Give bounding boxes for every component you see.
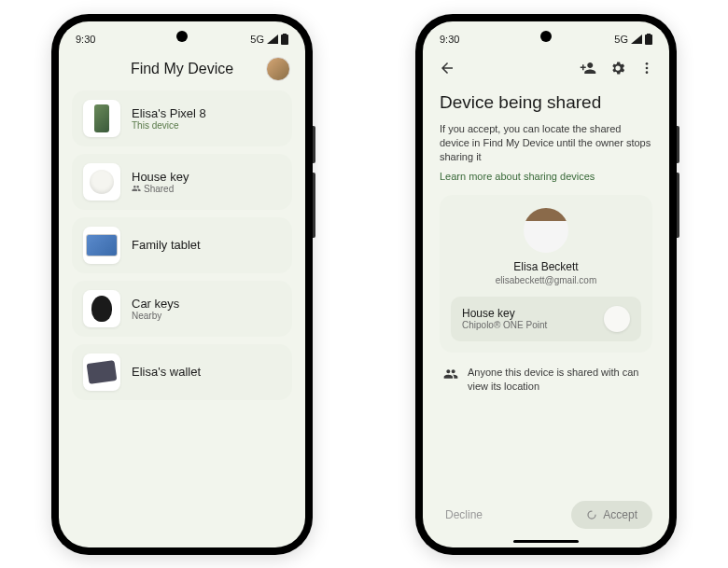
signal-icon — [631, 35, 642, 44]
tracker-tag-icon — [604, 306, 630, 332]
group-icon — [132, 184, 141, 193]
arrow-left-icon — [439, 60, 455, 76]
signal-icon — [267, 35, 278, 44]
screen-left: 9:30 5G Find My Device Elisa's Pixel 8 T… — [59, 21, 305, 547]
profile-avatar[interactable] — [266, 57, 290, 81]
network-label: 5G — [614, 34, 628, 45]
device-sub: This device — [132, 120, 206, 131]
phone-mockup-left: 9:30 5G Find My Device Elisa's Pixel 8 T… — [51, 14, 313, 555]
gear-icon[interactable] — [609, 60, 626, 76]
phone-hw-button — [313, 173, 315, 238]
device-thumb-icon — [83, 163, 120, 201]
status-time: 9:30 — [76, 34, 95, 45]
person-add-icon[interactable] — [580, 60, 596, 76]
device-sub: Shared — [132, 184, 189, 194]
device-name: Elisa's wallet — [132, 365, 201, 379]
network-label: 5G — [250, 34, 264, 45]
learn-more-link[interactable]: Learn more about sharing devices — [440, 171, 652, 182]
content: Device being shared If you accept, you c… — [423, 87, 669, 492]
device-sub: Nearby — [132, 311, 179, 321]
svg-point-5 — [646, 66, 649, 69]
camera-cutout — [176, 31, 188, 42]
device-name: House key — [132, 170, 189, 184]
description-text: If you accept, you can locate the shared… — [440, 122, 652, 165]
device-item[interactable]: Elisa's Pixel 8 This device — [72, 90, 292, 146]
accept-label: Accept — [603, 508, 637, 521]
svg-rect-1 — [283, 34, 287, 35]
shared-device-name: House key — [462, 307, 547, 320]
device-name: Family tablet — [132, 238, 201, 252]
battery-icon — [645, 34, 652, 45]
phone-mockup-right: 9:30 5G Device being shared If you accep… — [415, 14, 677, 555]
svg-point-6 — [646, 71, 649, 74]
svg-rect-3 — [647, 34, 651, 35]
battery-icon — [281, 34, 288, 45]
header-actions — [580, 60, 654, 76]
screen-right: 9:30 5G Device being shared If you accep… — [423, 21, 669, 547]
device-item[interactable]: House key Shared — [72, 154, 292, 210]
spinner-icon — [586, 509, 597, 520]
share-card: Elisa Beckett elisabeckett@gmail.com Hou… — [440, 195, 652, 353]
camera-cutout — [540, 31, 552, 42]
page-title: Device being shared — [440, 92, 652, 113]
header: Find My Device — [59, 53, 305, 90]
device-thumb-icon — [83, 100, 120, 137]
device-item[interactable]: Elisa's wallet — [72, 344, 292, 400]
phone-hw-button — [677, 173, 679, 238]
sharer-name: Elisa Beckett — [513, 260, 578, 273]
phone-hw-button — [677, 126, 679, 163]
svg-rect-0 — [281, 35, 288, 45]
device-name: Car keys — [132, 297, 179, 311]
device-item[interactable]: Car keys Nearby — [72, 281, 292, 337]
device-thumb-icon — [83, 227, 120, 264]
info-text: Anyone this device is shared with can vi… — [468, 366, 649, 395]
sharer-email: elisabeckett@gmail.com — [496, 275, 597, 285]
decline-button[interactable]: Decline — [440, 507, 488, 522]
status-icons: 5G — [614, 34, 652, 45]
sharer-avatar — [524, 208, 568, 253]
accept-button[interactable]: Accept — [571, 501, 652, 529]
header — [423, 53, 669, 87]
device-item[interactable]: Family tablet — [72, 217, 292, 273]
shared-device-sub: Chipolo® ONE Point — [462, 320, 547, 330]
status-time: 9:30 — [440, 34, 459, 45]
device-list: Elisa's Pixel 8 This device House key Sh… — [59, 90, 305, 400]
device-thumb-icon — [83, 290, 120, 327]
info-row: Anyone this device is shared with can vi… — [440, 353, 652, 408]
status-icons: 5G — [250, 34, 288, 45]
home-indicator[interactable] — [513, 540, 579, 543]
phone-hw-button — [313, 126, 315, 163]
svg-point-4 — [646, 62, 649, 65]
device-thumb-icon — [83, 353, 120, 391]
back-button[interactable] — [438, 59, 456, 77]
svg-rect-2 — [645, 35, 652, 45]
page-title: Find My Device — [131, 61, 233, 77]
more-vert-icon[interactable] — [639, 61, 654, 76]
device-name: Elisa's Pixel 8 — [132, 106, 206, 120]
footer-buttons: Decline Accept — [423, 492, 669, 547]
shared-device-row[interactable]: House key Chipolo® ONE Point — [451, 297, 641, 341]
group-icon — [443, 367, 458, 381]
